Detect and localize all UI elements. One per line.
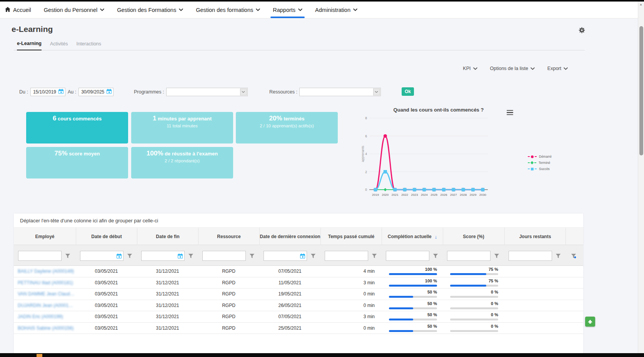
nav-item-gestion-du-personnel[interactable]: Gestion du Personnel [43,2,105,18]
svg-text:2027: 2027 [450,193,457,197]
filter-funnel-button[interactable] [188,253,194,258]
kpi-button[interactable]: KPI [463,66,477,71]
legend-item-demarre[interactable]: Démarré [528,155,552,158]
filter-input-date-de-debut[interactable] [80,251,123,261]
chevron-down-icon[interactable] [373,88,380,95]
cell-time-spent: 3 min [320,277,375,289]
legend-dash [535,156,537,157]
filter-input-score[interactable] [447,251,491,261]
clear-filters-button[interactable] [571,253,576,258]
calendar-icon[interactable] [58,88,63,95]
chevron-down-icon [256,8,260,11]
completion-bar: 50 % [389,323,437,334]
cell-days-left [504,311,566,323]
date-from-input[interactable] [33,89,57,95]
ressources-label: Ressources : [269,89,297,95]
legend-item-succes[interactable]: Succès [528,167,552,171]
bottom-window-edge [0,353,644,357]
scrollbar-up-arrow[interactable]: ▲ [639,3,642,6]
cell-employee-link[interactable]: PETTINAU Iliad (A000181) [18,277,75,289]
scroll-to-top-button[interactable] [585,317,595,327]
export-button[interactable]: Export [547,66,568,71]
ok-button[interactable]: Ok [402,87,414,96]
percent-label: 0 % [491,324,498,329]
filter-input-date-de-derniere-connexion[interactable] [264,251,307,261]
column-header-temps-passe-cumule[interactable]: Temps passé cumulé [320,228,382,245]
legend-dash [528,156,530,157]
column-header-score[interactable]: Score (%) [443,228,504,245]
calendar-icon[interactable] [117,254,122,259]
svg-text:2029: 2029 [470,193,477,197]
tab-interactions[interactable]: Interactions [76,41,101,50]
kpi-card-de-reussite-a-l-examen: 100% de réussite à l'examen2 / 2 réponda… [131,147,233,178]
filter-input-date-de-fin[interactable] [141,251,185,261]
options-de-la-liste-button[interactable]: Options de la liste [490,66,535,71]
table-row: BOHAIS Sabine (A000156)03/05/202131/12/2… [14,323,583,334]
calendar-icon[interactable] [107,88,112,95]
cell-start-date: 03/05/2021 [76,311,137,323]
tab-activites[interactable]: Activités [50,41,68,50]
filter-funnel-button[interactable] [127,253,132,258]
percent-label: 0 % [491,301,498,306]
column-header-date-de-debut[interactable]: Date de début [76,228,137,245]
cell-employee-link[interactable]: BAILLY Daylene (A000149) [18,266,75,277]
top-nav: AccueilGestion du PersonnelGestion des F… [0,2,638,18]
cell-employee-link[interactable]: VAN DAMME Jean Claude... [18,289,75,300]
cell-employee-link[interactable]: BOHAIS Sabine (A000156) [18,323,75,334]
filter-funnel-button[interactable] [310,253,316,258]
filter-funnel-button[interactable] [433,253,438,258]
progress-track [389,330,437,332]
filter-funnel-button[interactable] [556,253,561,258]
percent-label: 100 % [425,267,437,272]
calendar-icon[interactable] [178,254,183,259]
nav-item-label: Gestion des Formations [117,7,176,13]
filter-funnel-button[interactable] [65,253,70,258]
tab-e-learning[interactable]: e-Learning [17,41,42,50]
nav-item-rapports[interactable]: Rapports [272,2,304,18]
filter-input-jours-restants[interactable] [509,251,552,261]
ressources-select[interactable] [299,88,381,96]
percent-label: 0 % [491,290,498,294]
cell-employee-link[interactable]: DUJARDIN Jean (A000165) [18,300,75,312]
chevron-down-icon [531,67,535,70]
ressources-filter: Ressources : [269,88,381,96]
filter-input-temps-passe-cumule[interactable] [325,251,368,261]
page-scrollbar: ▲ [638,2,644,353]
filter-input-employe[interactable] [18,251,62,261]
column-header-date-de-fin[interactable]: Date de fin [137,228,198,245]
nav-item-gestion-des-formations[interactable]: Gestion des Formations [116,2,184,18]
date-to-field [78,88,113,96]
filter-input-completion-actuelle[interactable] [386,251,429,261]
calendar-icon[interactable] [300,254,305,259]
cell-start-date: 03/05/2021 [76,300,137,312]
scrollbar-thumb[interactable] [639,26,643,155]
chevron-down-icon[interactable] [240,88,247,95]
kpi-subtext: 11 total minutes [131,123,233,128]
filter-funnel-button[interactable] [494,253,499,258]
gear-icon[interactable] [579,27,586,35]
cell-last-connection: 07/05/2021 [259,266,320,277]
nav-item-administration[interactable]: Administration [314,2,359,18]
cell-days-left [504,277,566,289]
filter-input-ressource[interactable] [202,251,246,261]
legend-item-termine[interactable]: Terminé [528,161,552,165]
nav-item-accueil[interactable]: Accueil [4,2,32,18]
column-header-ressource[interactable]: Ressource [198,228,259,245]
programmes-select[interactable] [166,88,248,96]
score-bar: 75 % [450,266,498,277]
du-label: Du : [19,89,28,95]
column-header-date-de-derniere-connexion[interactable]: Date de dernière connexion [259,228,320,245]
column-header-completion-actuelle[interactable]: Complétion actuelle↓ [382,228,443,245]
date-to-input[interactable] [81,89,105,95]
programmes-filter: Programmes : [134,88,248,96]
column-header-jours-restants[interactable]: Jours restants [504,228,566,245]
svg-text:2021: 2021 [392,193,399,197]
nav-item-label: Gestion des formations [196,7,253,13]
filter-funnel-button[interactable] [249,253,255,258]
cell-days-left [504,323,566,334]
cell-time-spent: 3 min [320,311,375,323]
nav-item-gestion-des-formations[interactable]: Gestion des formations [195,2,261,18]
column-header-employe[interactable]: Employé [14,228,76,245]
cell-employee-link[interactable]: JADIN Eric (A000199) [18,311,75,323]
filter-funnel-button[interactable] [372,253,377,258]
